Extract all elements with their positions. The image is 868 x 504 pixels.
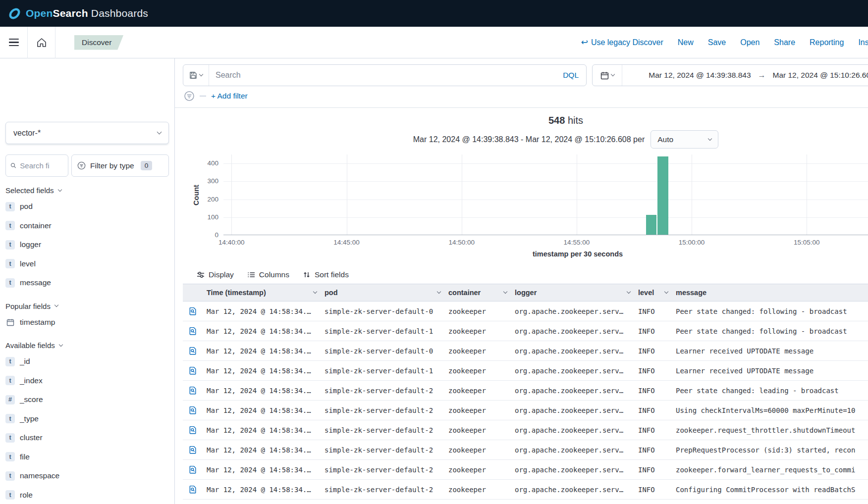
x-axis-tick-label: 15:00:00 (679, 239, 705, 246)
inspect-document-button[interactable] (186, 463, 200, 477)
field-search-input[interactable] (20, 161, 63, 170)
field-type-date-icon (5, 317, 15, 327)
home-button[interactable] (28, 27, 55, 58)
sort-chevron-icon[interactable] (437, 290, 441, 294)
section-header-selected-fields[interactable]: Selected fields (5, 184, 169, 197)
histogram-bar[interactable] (646, 215, 656, 235)
x-axis-tick-label: 14:50:00 (448, 239, 475, 246)
table-cell: Peer state changed: following - broadcas… (672, 302, 868, 321)
start-date-button[interactable]: Mar 12, 2024 @ 14:39:38.843 (648, 69, 752, 82)
query-language-button[interactable]: DQL (555, 65, 586, 86)
table-cell: INFO (634, 302, 672, 321)
x-axis-title: timestamp per 30 seconds (223, 250, 868, 258)
y-axis-tick-label: 0 (215, 231, 218, 240)
table-cell: org.apache.zookeeper.serv… (511, 381, 634, 401)
table-cell: INFO (634, 460, 672, 480)
table-cell: Peer state changed: leading - broadcast (672, 381, 868, 401)
sort-chevron-icon[interactable] (664, 290, 668, 294)
end-date-button[interactable]: Mar 12, 2024 @ 15:10:26.608 (772, 69, 868, 82)
field-item-_index[interactable]: t_index (0, 371, 174, 391)
field-item-timestamp[interactable]: timestamp (0, 313, 174, 332)
interval-select[interactable]: Auto (651, 130, 718, 149)
field-item-role[interactable]: trole (0, 486, 174, 504)
sort-fields-button[interactable]: Sort fields (303, 270, 349, 279)
table-cell: INFO (634, 361, 672, 381)
table-cell: INFO (634, 420, 672, 440)
index-pattern-label: vector-* (13, 129, 41, 138)
field-item-file[interactable]: tfile (0, 448, 174, 467)
table-cell: Mar 12, 2024 @ 14:58:34.… (203, 401, 321, 420)
breadcrumb-discover[interactable]: Discover (74, 35, 123, 50)
table-cell: Peer state changed: following - broadcas… (672, 321, 868, 341)
table-row: Mar 12, 2024 @ 14:58:34.…simple-zk-serve… (183, 440, 868, 460)
table-cell: INFO (634, 480, 672, 500)
field-item-message[interactable]: tmessage (0, 273, 174, 293)
table-row: Mar 12, 2024 @ 14:58:34.…simple-zk-serve… (183, 420, 868, 440)
return-icon: ↩ (581, 37, 588, 48)
section-header-available-fields[interactable]: Available fields (5, 339, 169, 352)
field-name: container (20, 221, 52, 230)
columns-button[interactable]: Columns (247, 270, 289, 279)
column-header-pod[interactable]: pod (321, 284, 444, 302)
query-area: DQL Mar 12, 2024 @ 14:39:38.8 (175, 58, 868, 108)
inspect-document-button[interactable] (186, 403, 200, 417)
nav-link-save[interactable]: Save (708, 38, 726, 47)
y-axis-tick-label: 300 (207, 177, 218, 186)
column-header-container[interactable]: container (444, 284, 511, 302)
inspect-document-button[interactable] (186, 423, 200, 437)
table-cell: org.apache.zookeeper.serv… (511, 420, 634, 440)
field-item-namespace[interactable]: tnamespace (0, 466, 174, 486)
table-row: Mar 12, 2024 @ 14:58:34.…simple-zk-serve… (183, 460, 868, 480)
table-cell: org.apache.zookeeper.serv… (511, 401, 634, 420)
inspect-document-button[interactable] (186, 344, 200, 358)
field-item-cluster[interactable]: tcluster (0, 428, 174, 448)
menu-button[interactable] (0, 27, 28, 58)
histogram-bar[interactable] (657, 156, 668, 235)
nav-link-reporting[interactable]: Reporting (810, 38, 844, 47)
column-header-level[interactable]: level (634, 284, 672, 302)
nav-link-new[interactable]: New (678, 38, 694, 47)
field-item-logger[interactable]: tlogger (0, 235, 174, 254)
field-item-_id[interactable]: t_id (0, 352, 174, 371)
inspect-document-button[interactable] (186, 324, 200, 338)
sort-chevron-icon[interactable] (503, 290, 507, 294)
add-filter-button[interactable]: + Add filter (211, 92, 248, 101)
nav-link-inspect[interactable]: Inspect (858, 38, 868, 47)
field-item-level[interactable]: tlevel (0, 254, 174, 274)
inspect-document-button[interactable] (186, 304, 200, 318)
sort-chevron-icon[interactable] (313, 290, 317, 294)
opensearch-logo[interactable]: OpenSearch Dashboards (8, 7, 148, 20)
table-cell: Mar 12, 2024 @ 14:58:34.… (203, 480, 321, 500)
field-name: level (20, 259, 36, 268)
filter-icon (77, 161, 86, 170)
field-type-string-icon: t (5, 202, 15, 211)
field-item-pod[interactable]: tpod (0, 197, 174, 216)
chevron-down-icon (157, 130, 162, 135)
nav-link-open[interactable]: Open (740, 38, 760, 47)
inspect-document-button[interactable] (186, 483, 200, 497)
field-item-_type[interactable]: t_type (0, 409, 174, 429)
inspect-document-button[interactable] (186, 364, 200, 378)
section-header-popular-fields[interactable]: Popular fields (5, 300, 169, 313)
display-button[interactable]: Display (197, 270, 234, 279)
column-header-time-timestamp-[interactable]: Time (timestamp) (203, 284, 321, 302)
search-input[interactable] (209, 71, 555, 80)
column-header-logger[interactable]: logger (511, 284, 634, 302)
field-search[interactable] (5, 154, 68, 177)
field-item-_score[interactable]: #_score (0, 390, 174, 409)
global-filter-icon[interactable] (184, 91, 195, 101)
filter-by-type-button[interactable]: Filter by type 0 (71, 154, 169, 177)
table-cell: Mar 12, 2024 @ 14:58:34.… (203, 381, 321, 401)
saved-query-button[interactable] (183, 65, 209, 86)
field-item-container[interactable]: tcontainer (0, 216, 174, 236)
nav-link-share[interactable]: Share (774, 38, 795, 47)
date-quick-select-button[interactable] (593, 65, 622, 86)
inspect-document-button[interactable] (186, 384, 200, 398)
nav-link-use-legacy-discover[interactable]: ↩Use legacy Discover (581, 37, 663, 48)
table-cell: zookeeper (444, 302, 511, 321)
save-icon (189, 71, 197, 79)
inspect-document-button[interactable] (186, 443, 200, 457)
index-pattern-select[interactable]: vector-* (5, 122, 169, 144)
table-cell: zookeeper.request_throttler.shutdownTime… (672, 420, 868, 440)
sort-chevron-icon[interactable] (627, 290, 631, 294)
